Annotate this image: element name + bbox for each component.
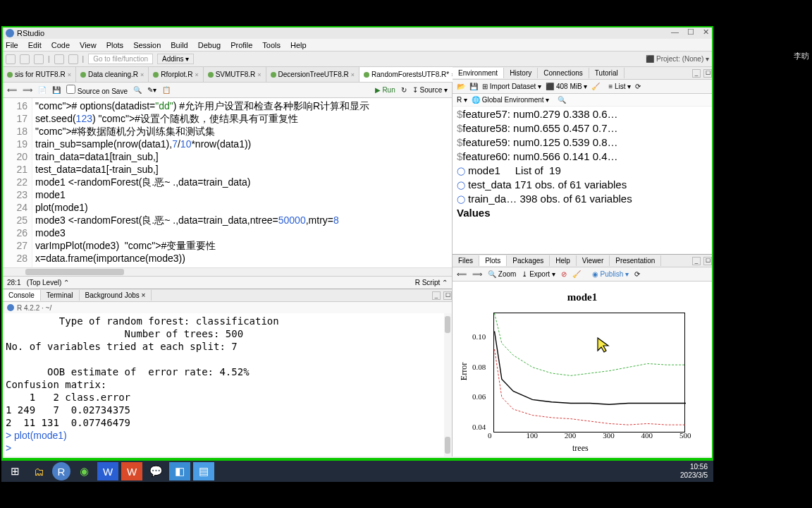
maximize-button[interactable]: ☐ xyxy=(687,28,694,37)
menu-plots[interactable]: Plots xyxy=(106,41,123,49)
open-file-icon[interactable] xyxy=(34,54,44,64)
code-editor[interactable]: 16 17 18 19 20 21 22 23 24 25 26 27 28 2… xyxy=(3,98,452,267)
editor-hscrollbar[interactable] xyxy=(3,267,452,276)
tab-help[interactable]: Help xyxy=(550,255,577,266)
tab-files[interactable]: Files xyxy=(453,255,479,266)
project-menu[interactable]: ⬛ Project: (None) ▾ xyxy=(646,55,709,63)
next-plot-icon[interactable]: ⟹ xyxy=(472,270,482,278)
taskbar-clock[interactable]: 10:562023/3/5 xyxy=(680,463,710,480)
source-tab[interactable]: DecersionTreeUTF8.R× xyxy=(266,67,359,82)
wechat-icon[interactable]: 💬 xyxy=(145,462,166,480)
rstudio-task-icon[interactable]: R xyxy=(52,462,70,480)
clear-icon[interactable]: 🧹 xyxy=(591,83,600,90)
env-row[interactable]: ◯mode1 List of 19 xyxy=(453,164,712,178)
menu-profile[interactable]: Profile xyxy=(230,41,252,49)
tab-presentation[interactable]: Presentation xyxy=(610,255,661,266)
source-tab[interactable]: Data cleaning.R× xyxy=(76,67,149,82)
import-dataset-button[interactable]: ⊞ Import Dataset ▾ xyxy=(482,83,541,90)
env-row[interactable]: $ feature59: num 0.125 0.539 0.8… xyxy=(453,135,712,150)
search-icon[interactable]: 🔍 xyxy=(558,96,566,104)
find-icon[interactable]: 🔍 xyxy=(133,86,142,94)
side-watermark: 李昉 xyxy=(794,51,809,61)
menu-view[interactable]: View xyxy=(80,41,97,49)
source-on-save-checkbox[interactable]: Source on Save xyxy=(66,85,128,95)
source-tab[interactable]: RandomForestsUTF8.R*× xyxy=(359,67,460,82)
wps-icon[interactable]: W xyxy=(121,462,142,480)
console-vscrollbar[interactable] xyxy=(444,313,452,456)
load-ws-icon[interactable]: 📂 xyxy=(457,83,465,90)
save-icon[interactable] xyxy=(54,54,64,64)
env-row[interactable]: $ feature57: num 0.279 0.338 0.6… xyxy=(453,107,712,121)
env-row[interactable]: ◯test_data 171 obs. of 61 variables xyxy=(453,178,712,192)
env-tabs: Environment History Connections Tutorial… xyxy=(453,67,712,80)
clear-plots-icon[interactable]: 🧹 xyxy=(572,270,581,278)
menu-edit[interactable]: Edit xyxy=(28,41,42,49)
addins-dropdown[interactable]: Addins ▾ xyxy=(157,54,194,64)
show-doc-icon[interactable]: 📄 xyxy=(38,86,47,94)
refresh-icon[interactable]: ⟳ xyxy=(635,83,641,90)
app-icon-1[interactable]: ◉ xyxy=(73,462,94,480)
env-row[interactable]: $ feature60: num 0.566 0.141 0.4… xyxy=(453,150,712,164)
close-button[interactable]: ✕ xyxy=(703,28,709,37)
tab-history[interactable]: History xyxy=(504,68,538,78)
list-view-dropdown[interactable]: ≡ List ▾ xyxy=(608,83,631,90)
tab-plots[interactable]: Plots xyxy=(479,255,507,266)
new-file-icon[interactable] xyxy=(6,54,16,64)
minimize-button[interactable]: — xyxy=(671,28,679,37)
wand-icon[interactable]: ✎▾ xyxy=(147,86,156,94)
source-button[interactable]: ↧ Source ▾ xyxy=(412,86,448,94)
source-tab[interactable]: Rforplot.R× xyxy=(149,67,203,82)
save-icon[interactable]: 💾 xyxy=(52,86,61,94)
tab-connections[interactable]: Connections xyxy=(538,68,589,78)
menu-help[interactable]: Help xyxy=(290,41,307,49)
remove-plot-icon[interactable]: ⊘ xyxy=(561,270,567,278)
prev-plot-icon[interactable]: ⟸ xyxy=(457,270,467,278)
pane-min-icon[interactable]: _ xyxy=(692,257,701,265)
word-icon[interactable]: W xyxy=(97,462,118,480)
tab-terminal[interactable]: Terminal xyxy=(41,290,80,301)
export-button[interactable]: ⤓ Export ▾ xyxy=(522,270,555,278)
env-row[interactable]: ◯train_da… 398 obs. of 61 variables xyxy=(453,192,712,206)
pane-max-icon[interactable]: ☐ xyxy=(703,257,712,265)
memory-indicator[interactable]: ⬛ 408 MiB ▾ xyxy=(546,83,587,90)
menu-tools[interactable]: Tools xyxy=(262,41,281,49)
console-output[interactable]: Type of random forest: classification Nu… xyxy=(3,313,452,456)
back-icon[interactable]: ⟸ xyxy=(7,86,17,94)
menu-file[interactable]: File xyxy=(6,41,18,49)
explorer-icon[interactable]: 🗂 xyxy=(28,462,49,480)
pane-min-icon[interactable]: _ xyxy=(692,69,701,78)
pane-max-icon[interactable]: ☐ xyxy=(703,69,712,78)
source-tab[interactable]: sis for RUTF8.R× xyxy=(3,67,76,82)
zoom-button[interactable]: 🔍 Zoom xyxy=(488,270,516,278)
fwd-icon[interactable]: ⟹ xyxy=(23,86,32,94)
xtick: 300 xyxy=(603,431,615,440)
new-project-icon[interactable] xyxy=(20,54,30,64)
tab-environment[interactable]: Environment xyxy=(453,68,504,78)
app-icon-2[interactable]: ◧ xyxy=(169,462,190,480)
env-data-list[interactable]: $ feature57: num 0.279 0.338 0.6… $ feat… xyxy=(453,107,712,254)
rerun-icon[interactable]: ↻ xyxy=(401,86,407,94)
publish-button[interactable]: ◉ Publish ▾ xyxy=(592,270,629,278)
refresh-plot-icon[interactable]: ⟳ xyxy=(634,270,640,278)
save-ws-icon[interactable]: 💾 xyxy=(469,83,478,90)
report-icon[interactable]: 📋 xyxy=(162,86,171,94)
tab-console[interactable]: Console xyxy=(3,290,41,301)
tab-packages[interactable]: Packages xyxy=(507,255,550,266)
menu-session[interactable]: Session xyxy=(133,41,161,49)
source-tab[interactable]: SVMUTF8.R× xyxy=(204,67,266,82)
save-all-icon[interactable] xyxy=(68,54,78,64)
menu-debug[interactable]: Debug xyxy=(198,41,221,49)
tab-bgjobs[interactable]: Background Jobs × xyxy=(80,290,152,301)
tab-viewer[interactable]: Viewer xyxy=(577,255,610,266)
scope-dropdown[interactable]: 🌐 Global Environment ▾ xyxy=(472,96,549,104)
tab-tutorial[interactable]: Tutorial xyxy=(589,68,625,78)
goto-file-input[interactable]: Go to file/function xyxy=(88,54,153,64)
pane-max-icon[interactable]: ☐ xyxy=(443,291,452,300)
run-button[interactable]: ▶ Run xyxy=(375,86,395,94)
env-row[interactable]: $ feature58: num 0.655 0.457 0.7… xyxy=(453,121,712,135)
start-button[interactable]: ⊞ xyxy=(4,462,25,480)
menu-code[interactable]: Code xyxy=(51,41,70,49)
app-icon-3[interactable]: ▤ xyxy=(193,462,214,480)
menu-build[interactable]: Build xyxy=(171,41,187,49)
pane-min-icon[interactable]: _ xyxy=(432,291,441,300)
